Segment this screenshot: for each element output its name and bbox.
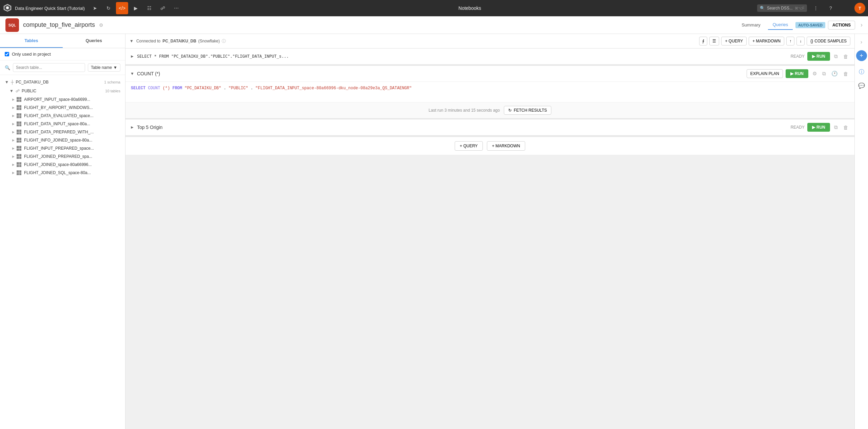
cell2-chevron[interactable]: ▼	[130, 71, 134, 76]
sidebar-tab-queries[interactable]: Queries	[63, 34, 125, 48]
nav-refresh-btn[interactable]: ↻	[102, 2, 115, 14]
nav-arrow-btn[interactable]: ➤	[89, 2, 101, 14]
nav-code-btn[interactable]: </>	[116, 2, 128, 14]
cell3-status: READY	[791, 125, 805, 130]
nav-deploy-btn[interactable]: ☷	[143, 2, 155, 14]
table-item[interactable]: ▶FLIGHT_BY_AIRPORT_WINDOWS...	[0, 104, 125, 112]
cell1-actions: READY ▶ RUN ⧉ 🗑	[791, 52, 850, 61]
cell2-settings-btn[interactable]: ⚙	[811, 69, 818, 78]
cell1-header: ► SELECT * FROM "PC_DATAIKU_DB"."PUBLIC"…	[125, 49, 854, 64]
cell3-header: ► Top 5 Origin READY ▶ RUN ⧉ 🗑	[125, 119, 854, 135]
table-item[interactable]: ▶FLIGHT_JOINED_PREPARED_spa...	[0, 152, 125, 161]
schema-name: PUBLIC	[22, 89, 36, 93]
cell1-run-btn[interactable]: ▶ RUN	[807, 52, 830, 61]
info-icon[interactable]: ⓘ	[222, 38, 226, 44]
table-item[interactable]: ▶FLIGHT_DATA_INPUT_space-80a...	[0, 120, 125, 128]
nav-play-btn[interactable]: ▶	[130, 2, 142, 14]
nav-stats-btn[interactable]: ⠀	[840, 2, 852, 14]
search-label: Search DSS...	[767, 6, 793, 11]
table-name-dropdown[interactable]: Table name ▼	[88, 63, 120, 72]
table-item[interactable]: ▶FLIGHT_DATA_PREPARED_WITH_...	[0, 128, 125, 136]
table-item[interactable]: ▶FLIGHT_INFO_JOINED_space-80a...	[0, 136, 125, 144]
table-search-input[interactable]	[13, 63, 85, 72]
tab-summary[interactable]: Summary	[737, 20, 765, 30]
fetch-results-label: FETCH RESULTS	[514, 108, 547, 113]
cell3-chevron[interactable]: ►	[130, 125, 134, 130]
nav-help-btn[interactable]: ?	[825, 2, 837, 14]
right-panel-add-icon[interactable]: +	[856, 50, 867, 61]
table-expand-icon: ▶	[12, 106, 15, 109]
add-query-btn[interactable]: + QUERY	[721, 37, 747, 45]
schema-item-public[interactable]: ▼ ☍ PUBLIC 10 tables	[0, 87, 125, 95]
table-name-label: FLIGHT_DATA_EVALUATED_space...	[24, 113, 94, 118]
arrow-down-btn[interactable]: ↓	[796, 37, 805, 45]
table-expand-icon: ▶	[12, 138, 15, 142]
arrow-up-btn[interactable]: ↑	[786, 37, 794, 45]
cell3-actions: READY ▶ RUN ⧉ 🗑	[791, 123, 850, 132]
table-name-label: FLIGHT_INPUT_PREPARED_space...	[24, 146, 94, 151]
search-box[interactable]: 🔍 Search DSS... ⌘⌥F	[757, 4, 807, 12]
play-icon: ▶	[812, 125, 815, 130]
bottom-add-query-btn[interactable]: + QUERY	[455, 141, 483, 151]
tab-queries[interactable]: Queries	[768, 20, 793, 30]
actions-button[interactable]: ACTIONS	[828, 21, 855, 30]
bottom-add-markdown-btn[interactable]: + MARKDOWN	[487, 141, 525, 151]
notebook-settings-icon[interactable]: ⚙	[99, 22, 103, 28]
autosaved-badge: AUTO-SAVED	[795, 22, 825, 28]
table-expand-icon: ▶	[12, 155, 15, 158]
table-item[interactable]: ▶FLIGHT_DATA_EVALUATED_space...	[0, 112, 125, 120]
code-samples-btn[interactable]: {} CODE SAMPLES	[807, 37, 850, 45]
table-grid-icon	[17, 130, 21, 134]
cell2-delete-btn[interactable]: 🗑	[842, 70, 850, 78]
search-row: 🔍 Table name ▼	[0, 60, 125, 75]
cell1-delete-btn[interactable]: 🗑	[842, 52, 850, 61]
collapse-sidebar-icon[interactable]: ›	[861, 21, 863, 29]
cell2-body: SELECT COUNT (*) FROM "PC_DATAIKU_DB" . …	[125, 82, 854, 102]
run-label: RUN	[816, 54, 825, 59]
sidebar-tab-tables[interactable]: Tables	[0, 34, 63, 48]
table-grid-icon	[17, 146, 21, 151]
cell1-chevron[interactable]: ►	[130, 54, 134, 59]
only-used-checkbox[interactable]	[5, 52, 9, 56]
user-avatar[interactable]: T	[854, 3, 865, 14]
cell2-clock-btn[interactable]: 🕐	[830, 69, 839, 78]
connection-info: Connected to PC_DATAIKU_DB (Snowflake) ⓘ	[136, 38, 226, 44]
add-markdown-btn[interactable]: + MARKDOWN	[749, 37, 784, 45]
cell1-status: READY	[791, 54, 805, 59]
table-item[interactable]: ▶FLIGHT_INPUT_PREPARED_space...	[0, 144, 125, 152]
nav-more-btn[interactable]: ⋯	[170, 2, 182, 14]
table-item[interactable]: ▶FLIGHT_JOINED_space-80a66996...	[0, 161, 125, 169]
table-expand-icon: ▶	[12, 171, 15, 174]
right-panel-chat-icon[interactable]: 💬	[856, 80, 867, 91]
right-panel-info-icon[interactable]: ⓘ	[856, 67, 867, 77]
only-used-label: Only used in project	[12, 52, 51, 57]
db-icon: ┼	[11, 80, 14, 85]
cell1-title: SELECT * FROM "PC_DATAIKU_DB"."PUBLIC"."…	[137, 54, 289, 59]
table-item[interactable]: ▶FLIGHT_JOINED_SQL_space-80a...	[0, 169, 125, 177]
nav-grid-btn[interactable]: ⋮	[810, 2, 822, 14]
cell2-run-btn[interactable]: ▶ RUN	[786, 69, 808, 78]
nav-display-btn[interactable]: ☍	[157, 2, 169, 14]
fetch-results-btn[interactable]: ↻ FETCH RESULTS	[504, 106, 551, 115]
cell1-copy-btn[interactable]: ⧉	[833, 52, 839, 61]
sql-badge: SQL	[5, 18, 19, 32]
cell2-copy-btn[interactable]: ⧉	[821, 69, 827, 78]
table-item[interactable]: ▶AIRPORT_INPUT_space-80a6699...	[0, 95, 125, 104]
header-right-actions: Summary Queries AUTO-SAVED ACTIONS ›	[737, 20, 863, 30]
db-schema-count: 1 schema	[104, 80, 120, 84]
table-name-label: FLIGHT_DATA_PREPARED_WITH_...	[24, 130, 94, 134]
table-name-label: FLIGHT_BY_AIRPORT_WINDOWS...	[24, 105, 93, 110]
cell3-run-btn[interactable]: ▶ RUN	[807, 123, 830, 132]
expand-btn[interactable]: ⨎	[699, 37, 707, 45]
query-cell-top5: ► Top 5 Origin READY ▶ RUN ⧉ 🗑	[125, 119, 854, 137]
cell3-delete-btn[interactable]: 🗑	[842, 123, 850, 132]
table-grid-icon	[17, 154, 21, 159]
toolbar-chevron[interactable]: ▼	[130, 39, 134, 43]
left-sidebar: Tables Queries Only used in project 🔍 Ta…	[0, 34, 125, 429]
db-item-pc-dataiku[interactable]: ▼ ┼ PC_DATAIKU_DB 1 schema	[0, 78, 125, 87]
cell3-copy-btn[interactable]: ⧉	[833, 123, 839, 132]
explain-plan-btn[interactable]: EXPLAIN PLAN	[747, 69, 783, 78]
list-btn[interactable]: ☰	[709, 37, 719, 45]
table-grid-icon	[17, 105, 21, 110]
right-panel-back-icon[interactable]: ›	[856, 37, 867, 48]
